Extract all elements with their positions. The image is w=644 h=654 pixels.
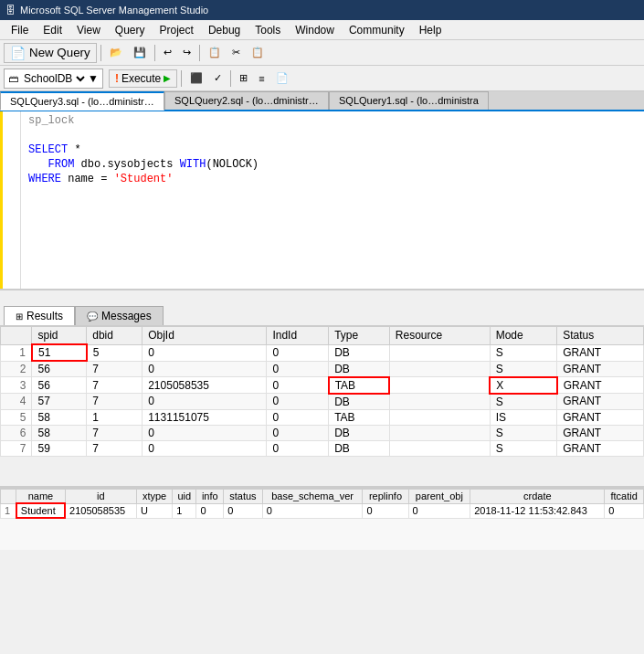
copy-button[interactable]: 📋	[204, 43, 226, 63]
cell-mode: X	[490, 377, 556, 394]
open-file-button[interactable]: 📂	[105, 43, 127, 63]
new-query-button[interactable]: 📄 New Query	[4, 43, 97, 63]
table-row: 658700DBSGRANT	[1, 425, 644, 440]
bot-cell-xtype: U	[136, 503, 172, 518]
cell-spid: 56	[32, 361, 87, 377]
menu-item-project[interactable]: Project	[153, 22, 201, 38]
menu-item-debug[interactable]: Debug	[201, 22, 248, 38]
result-tab-messages[interactable]: 💬Messages	[75, 306, 164, 325]
result-tab-icon-1: 💬	[87, 311, 98, 322]
table-row: 356721050585350TABXGRANT	[1, 377, 644, 394]
cell-dbid: 5	[87, 344, 143, 361]
col-mode: Mode	[490, 327, 556, 345]
cell-status: GRANT	[557, 409, 644, 425]
play-icon: ▶	[164, 73, 171, 83]
col-indid: IndId	[267, 327, 329, 345]
bot-col-status: status	[224, 490, 263, 504]
horizontal-scrollbar[interactable]	[0, 290, 644, 302]
cell-mode: S	[490, 425, 556, 440]
new-query-icon: 📄	[10, 46, 26, 60]
toolbar-separator-1	[100, 45, 101, 61]
cell-type: DB	[329, 440, 390, 456]
cell-spid: 57	[32, 394, 87, 410]
execute-label: Execute	[121, 72, 161, 85]
cell-dbid: 7	[87, 361, 143, 377]
menu-item-tools[interactable]: Tools	[248, 22, 288, 38]
menu-item-file[interactable]: File	[4, 22, 36, 38]
menu-item-edit[interactable]: Edit	[36, 22, 69, 38]
bot-cell-ftcatid: 0	[605, 503, 644, 518]
results-table: spid dbid ObjId IndId Type Resource Mode…	[0, 326, 644, 457]
query-tabs: SQLQuery3.sql - (lo…dministrator (58))*S…	[0, 91, 644, 111]
redo-button[interactable]: ↪	[178, 43, 195, 63]
row-number: 4	[1, 394, 32, 410]
database-selector-container[interactable]: 🗃 SchoolDB ▼	[4, 69, 103, 89]
query-tab-1[interactable]: SQLQuery3.sql - (lo…dministrator (58))*	[0, 91, 164, 111]
results-to-text-button[interactable]: ≡	[254, 69, 269, 89]
code-line-5: WHERE name = 'Student'	[28, 172, 637, 186]
query-tab-3[interactable]: SQLQuery1.sql - (lo…dministra	[329, 91, 489, 110]
bot-col-crdate: crdate	[470, 490, 605, 504]
row-number: 1	[1, 344, 32, 361]
cell-spid: 51	[32, 344, 87, 361]
results-to-file-button[interactable]: 📄	[271, 69, 293, 89]
bot-col-replinfo: replinfo	[363, 490, 408, 504]
file-icon: 📄	[276, 72, 289, 84]
menu-item-view[interactable]: View	[69, 22, 108, 38]
cell-resource	[389, 344, 490, 361]
cell-status: GRANT	[557, 425, 644, 440]
paste-button[interactable]: 📋	[247, 43, 269, 63]
menu-item-help[interactable]: Help	[412, 22, 449, 38]
results-tabs: ⊞Results💬Messages	[0, 302, 644, 326]
parse-button[interactable]: ✓	[209, 69, 227, 89]
stop-button[interactable]: ⬛	[185, 69, 207, 89]
toolbar-2: 🗃 SchoolDB ▼ ! Execute ▶ ⬛ ✓ ⊞ ≡ 📄	[0, 66, 644, 91]
cell-indid: 0	[267, 394, 329, 410]
stop-icon: ⬛	[190, 72, 203, 84]
bottom-table: name id xtype uid info status base_schem…	[0, 489, 644, 519]
cell-indid: 0	[267, 361, 329, 377]
cell-objid: 2105058535	[143, 377, 267, 394]
cell-type: TAB	[329, 409, 390, 425]
col-status: Status	[557, 327, 644, 345]
cell-type: DB	[329, 425, 390, 440]
menu-item-community[interactable]: Community	[342, 22, 412, 38]
menu-item-window[interactable]: Window	[288, 22, 342, 38]
code-line-2	[28, 128, 637, 142]
results-to-grid-button[interactable]: ⊞	[235, 69, 252, 89]
bot-col-rownum	[1, 490, 16, 504]
bottom-header-row: name id xtype uid info status base_schem…	[1, 490, 644, 504]
toolbar-separator-5	[230, 70, 231, 87]
undo-button[interactable]: ↩	[159, 43, 176, 63]
row-number: 2	[1, 361, 32, 377]
cell-objid: 0	[143, 425, 267, 440]
execute-button[interactable]: ! Execute ▶	[109, 69, 177, 88]
undo-icon: ↩	[164, 47, 172, 58]
editor-area[interactable]: sp_lock SELECT * FROM dbo.sysobjects WIT…	[0, 111, 644, 290]
database-dropdown[interactable]: SchoolDB	[20, 71, 88, 86]
new-query-label: New Query	[29, 46, 90, 59]
query-tab-2[interactable]: SQLQuery2.sql - (lo…dministrator (56))*	[164, 91, 329, 110]
cell-type: DB	[329, 361, 390, 377]
cell-resource	[389, 425, 490, 440]
cut-button[interactable]: ✂	[227, 43, 245, 63]
cell-dbid: 7	[87, 440, 143, 456]
result-tab-results[interactable]: ⊞Results	[4, 306, 75, 325]
cell-resource	[389, 361, 490, 377]
editor-content[interactable]: sp_lock SELECT * FROM dbo.sysobjects WIT…	[21, 111, 644, 289]
save-button[interactable]: 💾	[129, 43, 151, 63]
parse-icon: ✓	[214, 72, 222, 84]
cell-dbid: 1	[87, 409, 143, 425]
open-file-icon: 📂	[110, 47, 122, 58]
menu-item-query[interactable]: Query	[108, 22, 153, 38]
grid-icon: ⊞	[239, 72, 248, 84]
cell-resource	[389, 377, 490, 394]
col-rownum	[1, 327, 32, 345]
code-line-6	[28, 186, 637, 201]
row-number: 3	[1, 377, 32, 394]
table-row: 457700DBSGRANT	[1, 394, 644, 410]
col-spid: spid	[32, 327, 87, 345]
col-type: Type	[329, 327, 390, 345]
bot-cell-base_schema_ver: 0	[262, 503, 363, 518]
cell-mode: S	[490, 361, 556, 377]
